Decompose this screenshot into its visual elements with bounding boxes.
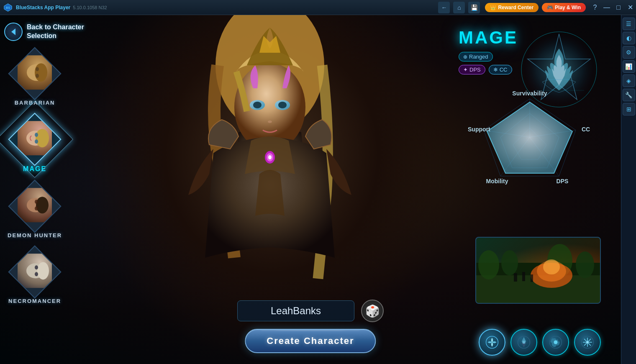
close-button[interactable]: ✕ xyxy=(624,2,636,13)
app-name: BlueStacks App Player xyxy=(16,5,70,10)
svg-marker-40 xyxy=(487,102,572,173)
titlebar-nav-buttons: ← ⌂ 💾 xyxy=(438,2,480,13)
necromancer-avatar xyxy=(18,254,52,288)
nav-save-button[interactable]: 💾 xyxy=(468,2,480,13)
back-arrow-icon xyxy=(4,23,23,41)
right-sidebar: ☰ ◐ ⚙ 📊 ◈ 🔧 ⊞ xyxy=(621,15,636,364)
sidebar-btn-1[interactable]: ☰ xyxy=(623,18,635,30)
nav-home-button[interactable]: ⌂ xyxy=(453,2,465,13)
dps-icon: ✦ xyxy=(463,67,468,73)
create-character-button[interactable]: Create Character xyxy=(245,329,376,353)
play-win-icon: 🎮 xyxy=(547,5,553,10)
svg-text:Survivability: Survivability xyxy=(512,90,547,97)
svg-point-51 xyxy=(576,251,594,278)
svg-text:Mobility: Mobility xyxy=(486,178,508,185)
sidebar-btn-5[interactable]: ◈ xyxy=(623,74,635,87)
cc-icon: ❄ xyxy=(493,67,498,73)
dps-label: DPS xyxy=(469,67,481,73)
barbarian-diamond xyxy=(10,49,60,99)
svg-rect-57 xyxy=(531,274,533,282)
skill-icon-2[interactable] xyxy=(510,329,537,356)
svg-point-54 xyxy=(543,259,560,274)
demon-hunter-diamond xyxy=(10,181,60,231)
sidebar-btn-2[interactable]: ◐ xyxy=(623,32,635,44)
svg-point-68 xyxy=(586,341,588,343)
svg-point-49 xyxy=(501,250,518,275)
skill-icon-3[interactable] xyxy=(542,329,569,356)
svg-rect-55 xyxy=(514,273,517,282)
svg-text:BS: BS xyxy=(6,5,10,9)
dps-badge: ✦ DPS xyxy=(459,65,485,74)
range-icon: ⊕ xyxy=(463,54,467,60)
cc-label: CC xyxy=(500,67,508,73)
svg-point-60 xyxy=(522,341,525,343)
svg-point-14 xyxy=(35,63,47,82)
titlebar: BS BlueStacks App Player 5.10.0.1058 N32… xyxy=(0,0,636,15)
range-badge: ⊕ Ranged xyxy=(459,52,493,62)
class-preview-image xyxy=(475,237,601,304)
reward-center-button[interactable]: 👑 Reward Center xyxy=(485,3,539,12)
character-list: BARBARIAN xyxy=(8,49,62,304)
demon-hunter-avatar xyxy=(18,188,52,222)
reward-center-label: Reward Center xyxy=(498,5,533,10)
skill-icons xyxy=(479,329,601,356)
mage-diamond xyxy=(10,114,60,164)
sidebar-btn-7[interactable]: ⊞ xyxy=(623,103,635,115)
back-button-text: Back to Character Selection xyxy=(27,23,84,41)
back-to-character-selection-button[interactable]: Back to Character Selection xyxy=(4,23,84,41)
necromancer-diamond xyxy=(10,247,60,297)
svg-text:DPS: DPS xyxy=(556,178,569,185)
svg-point-11 xyxy=(268,155,272,159)
svg-point-26 xyxy=(37,262,49,279)
necromancer-name: NECROMANCER xyxy=(8,298,61,304)
svg-point-6 xyxy=(253,102,262,108)
barbarian-avatar xyxy=(18,55,52,90)
play-win-label: Play & Win xyxy=(555,5,581,10)
app-logo: BS xyxy=(2,1,14,14)
radar-chart: Survivability CC DPS Mobility Support xyxy=(463,86,597,195)
character-item-necromancer[interactable]: NECROMANCER xyxy=(8,247,62,304)
demon-hunter-name: DEMON HUNTER xyxy=(8,232,62,238)
sidebar-btn-6[interactable]: 🔧 xyxy=(623,89,635,101)
character-name-display[interactable]: LeahBanks xyxy=(237,300,354,321)
svg-point-8 xyxy=(268,120,272,123)
skill-icon-4[interactable] xyxy=(574,329,601,356)
name-input-area: LeahBanks 🎲 xyxy=(237,300,384,322)
nav-back-button[interactable]: ← xyxy=(438,2,450,13)
svg-point-62 xyxy=(554,341,558,344)
svg-marker-12 xyxy=(11,28,15,35)
character-item-mage[interactable]: MAGE xyxy=(8,114,62,173)
maximize-button[interactable]: □ xyxy=(613,2,624,13)
class-info-panel: MAGE ⊕ Ranged ✦ DPS ❄ CC xyxy=(459,28,601,195)
minimize-button[interactable]: — xyxy=(601,2,613,13)
character-item-barbarian[interactable]: BARBARIAN xyxy=(8,49,62,106)
sidebar-btn-4[interactable]: 📊 xyxy=(623,60,635,73)
range-type-label: Ranged xyxy=(469,54,488,60)
play-win-button[interactable]: 🎮 Play & Win xyxy=(542,3,586,12)
skill-icon-1[interactable] xyxy=(479,329,505,356)
cc-badge: ❄ CC xyxy=(489,65,512,74)
random-name-button[interactable]: 🎲 xyxy=(361,300,384,322)
svg-text:CC: CC xyxy=(582,126,590,133)
svg-point-48 xyxy=(478,250,499,279)
sidebar-btn-3[interactable]: ⚙ xyxy=(623,46,635,59)
game-area: Back to Character Selection xyxy=(0,15,621,364)
svg-point-22 xyxy=(36,197,49,213)
svg-rect-56 xyxy=(522,272,525,281)
help-button[interactable]: ? xyxy=(589,2,601,13)
character-item-demon-hunter[interactable]: DEMON HUNTER xyxy=(8,181,62,238)
svg-point-7 xyxy=(278,102,287,108)
app-version: 5.10.0.1058 N32 xyxy=(73,5,107,10)
reward-crown-icon: 👑 xyxy=(490,5,496,10)
svg-text:Support: Support xyxy=(468,126,490,133)
